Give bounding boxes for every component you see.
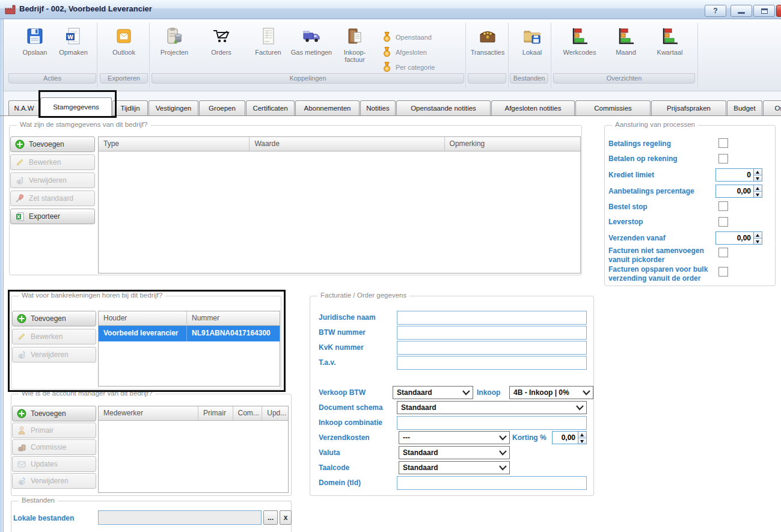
ribbon-afgesloten-button[interactable]: Afgesloten bbox=[382, 45, 427, 60]
ribbon-werkcodes-button[interactable]: Werkcodes bbox=[556, 25, 604, 75]
tab-vestigingen[interactable]: Vestigingen bbox=[149, 100, 198, 116]
facturen-opsparen-checkbox[interactable] bbox=[718, 267, 728, 277]
spinner-down-icon[interactable] bbox=[754, 176, 762, 182]
label-krediet-limiet: Krediet limiet bbox=[608, 171, 654, 179]
column-header-updates[interactable]: Upd... bbox=[262, 406, 288, 420]
spinner-up-icon[interactable] bbox=[754, 169, 762, 176]
valuta-select[interactable]: Standaard bbox=[399, 446, 510, 459]
ribbon-orders-button[interactable]: Orders bbox=[198, 25, 244, 75]
stamgegevens-verwijderen-button[interactable]: 9 Verwijderen bbox=[10, 173, 95, 188]
spinner-value[interactable]: 0,00 bbox=[716, 185, 753, 197]
tab-certificaten[interactable]: Certificaten bbox=[246, 100, 295, 116]
ribbon-item-label: Transacties bbox=[471, 49, 504, 56]
tab-tijdlijn[interactable]: Tijdlijn bbox=[112, 100, 148, 116]
juridische-naam-input[interactable] bbox=[397, 311, 587, 325]
ribbon-inkoopfactuur-button[interactable]: Inkoop- factuur bbox=[332, 25, 378, 75]
tab-openstaande-notities[interactable]: Openstaande notities bbox=[396, 100, 491, 116]
aanbetalings-percentage-spinner[interactable]: 0,00 bbox=[715, 185, 762, 198]
spinner-down-icon[interactable] bbox=[754, 192, 762, 198]
annotation-box-stamgegevens-tab bbox=[38, 90, 117, 118]
accountmanager-primair-button[interactable]: Primair bbox=[12, 423, 96, 438]
minimize-button[interactable] bbox=[730, 5, 752, 17]
maximize-button[interactable] bbox=[753, 5, 775, 17]
spinner-value[interactable]: 0,00 bbox=[553, 432, 578, 444]
ribbon-projecten-button[interactable]: Projecten bbox=[152, 25, 197, 75]
tab-commissies[interactable]: Commissies bbox=[575, 100, 651, 116]
label-kvk-nummer: KvK nummer bbox=[319, 343, 364, 352]
bestel-stop-checkbox[interactable] bbox=[718, 201, 728, 211]
stamgegevens-bewerken-button[interactable]: Bewerken bbox=[10, 154, 95, 170]
domein-input[interactable] bbox=[397, 476, 587, 490]
column-header-waarde[interactable]: Waarde bbox=[250, 137, 444, 151]
browse-button[interactable]: ... bbox=[263, 510, 278, 525]
korting-spinner[interactable]: 0,00 bbox=[552, 431, 587, 444]
spinner-up-icon[interactable] bbox=[754, 185, 762, 192]
verkoop-btw-select[interactable]: Standaard bbox=[393, 386, 473, 399]
clear-button[interactable]: x bbox=[280, 510, 292, 525]
ribbon-group-koppelingen: Koppelingen bbox=[152, 73, 464, 84]
ribbon-transacties-button[interactable]: Transacties bbox=[464, 25, 511, 75]
taalcode-select[interactable]: Standaard bbox=[399, 461, 510, 474]
accountmanager-verwijderen-button[interactable]: 9 Verwijderen bbox=[12, 473, 96, 489]
accountmanager-updates-button[interactable]: Updates bbox=[12, 456, 96, 472]
tab-afgesloten-notities[interactable]: Afgesloten notities bbox=[491, 100, 575, 116]
stamgegevens-zet-standaard-button[interactable]: Zet standaard bbox=[10, 191, 95, 206]
column-header-opmerking[interactable]: Opmerking bbox=[445, 137, 580, 151]
ribbon-gas-metingen-button[interactable]: Gas metingen bbox=[287, 25, 336, 75]
stamgegevens-table[interactable]: Type Waarde Opmerking bbox=[98, 136, 581, 274]
column-header-commissie[interactable]: Com... bbox=[233, 406, 263, 420]
accountmanager-commissie-button[interactable]: Commissie bbox=[12, 439, 96, 455]
close-button[interactable] bbox=[776, 5, 781, 17]
spinner-up-icon[interactable] bbox=[578, 432, 586, 438]
accountmanager-table[interactable]: Medewerker Primair Com... Upd... bbox=[98, 406, 289, 493]
tab-abonnementen[interactable]: Abonnementen bbox=[295, 100, 360, 116]
tav-input[interactable] bbox=[397, 356, 587, 370]
spinner-down-icon[interactable] bbox=[754, 239, 762, 245]
ribbon-per-categorie-button[interactable]: Per categorie bbox=[382, 60, 435, 75]
spinner-down-icon[interactable] bbox=[578, 438, 586, 444]
ribbon-facturen-button[interactable]: Facturen bbox=[245, 25, 291, 75]
stamgegevens-toevoegen-button[interactable]: Toevoegen bbox=[10, 136, 95, 152]
tab-prijsafspraken[interactable]: Prijsafspraken bbox=[651, 100, 726, 116]
tab-naw[interactable]: N.A.W bbox=[8, 100, 40, 116]
lokale-bestanden-input[interactable] bbox=[98, 510, 262, 525]
verzendkosten-select[interactable]: --- bbox=[399, 431, 510, 444]
btw-nummer-input[interactable] bbox=[397, 326, 587, 340]
ribbon-openstaand-button[interactable]: Openstaand bbox=[382, 30, 432, 44]
inkoop-combinatie-input[interactable] bbox=[397, 416, 587, 430]
verzenden-vanaf-spinner[interactable]: 0,00 bbox=[715, 231, 762, 245]
envelope-icon bbox=[17, 459, 26, 469]
tab-groepen[interactable]: Groepen bbox=[199, 100, 245, 116]
stamgegevens-exporteer-button[interactable]: Exporteer bbox=[10, 209, 95, 224]
spinner-up-icon[interactable] bbox=[754, 232, 762, 239]
betalings-regeling-checkbox[interactable] bbox=[718, 138, 728, 148]
krediet-limiet-spinner[interactable]: 0 bbox=[715, 168, 762, 182]
ribbon-lokaal-button[interactable]: Lokaal bbox=[510, 25, 554, 75]
tab-online-bestanden[interactable]: Online bestan bbox=[763, 100, 781, 116]
document-schema-select[interactable]: Standaard bbox=[397, 401, 587, 414]
column-header-primair[interactable]: Primair bbox=[198, 406, 233, 420]
tab-budget[interactable]: Budget bbox=[727, 100, 762, 116]
accountmanager-toevoegen-button[interactable]: Toevoegen bbox=[12, 406, 96, 421]
column-header-type[interactable]: Type bbox=[99, 137, 250, 151]
leverstop-checkbox[interactable] bbox=[718, 217, 728, 227]
facturen-niet-samenvoegen-checkbox[interactable] bbox=[718, 248, 728, 257]
button-label: Zet standaard bbox=[29, 194, 73, 203]
ribbon-opmaken-button[interactable]: W Opmaken bbox=[51, 25, 96, 75]
label-inkoop: Inkoop bbox=[477, 388, 500, 397]
spinner-value[interactable]: 0 bbox=[716, 169, 753, 181]
help-button[interactable]: ? bbox=[705, 5, 726, 17]
betalen-op-rekening-checkbox[interactable] bbox=[718, 154, 728, 164]
application-window: Bedrijf - 002, Voorbeeld Leverancier ? O… bbox=[0, 0, 781, 532]
medal-icon bbox=[382, 61, 391, 73]
tab-notities[interactable]: Notities bbox=[360, 100, 396, 116]
column-header-medewerker[interactable]: Medewerker bbox=[99, 406, 198, 420]
eraser-icon: 9 bbox=[15, 176, 25, 185]
ribbon-outlook-button[interactable]: Outlook bbox=[101, 25, 147, 75]
excel-export-icon bbox=[15, 212, 25, 221]
spinner-value[interactable]: 0,00 bbox=[716, 232, 753, 244]
ribbon-maand-button[interactable]: Maand bbox=[602, 25, 649, 75]
inkoop-select[interactable]: 4B - Inkoop | 0% bbox=[509, 386, 593, 399]
ribbon-kwartaal-button[interactable]: Kwartaal bbox=[646, 25, 694, 75]
kvk-nummer-input[interactable] bbox=[397, 341, 587, 355]
